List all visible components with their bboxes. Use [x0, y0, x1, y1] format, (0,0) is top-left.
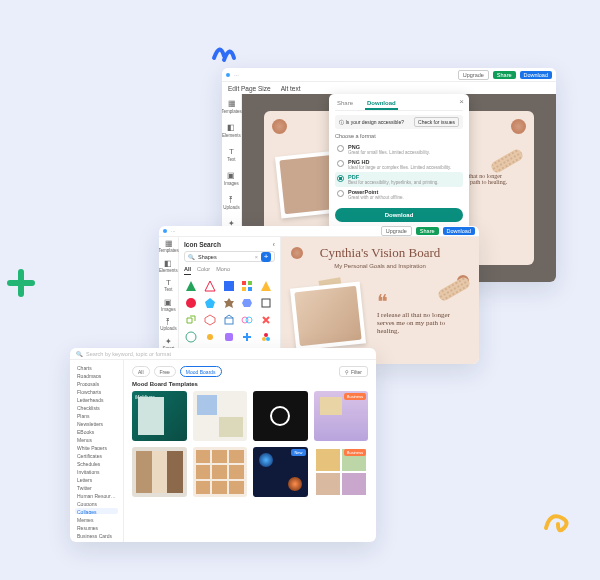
chevron-left-icon[interactable]: ‹: [273, 241, 275, 248]
download-confirm-button[interactable]: Download: [335, 208, 463, 222]
icon-result[interactable]: [259, 313, 273, 327]
cat-item[interactable]: Newsletters: [75, 420, 118, 426]
template-card[interactable]: [193, 391, 248, 441]
rail-templates[interactable]: ▦Templates: [159, 240, 179, 254]
cat-item[interactable]: Proposals: [75, 380, 118, 386]
icon-result[interactable]: [184, 330, 198, 344]
check-issues-button[interactable]: Check for issues: [414, 117, 459, 127]
template-card[interactable]: New: [253, 447, 308, 497]
cat-item[interactable]: Letterheads: [75, 396, 118, 402]
template-search-input[interactable]: 🔍 Search by keyword, topic or format: [76, 351, 370, 357]
cat-item[interactable]: Checklists: [75, 404, 118, 410]
icon-result[interactable]: [203, 313, 217, 327]
cat-item[interactable]: Collages: [75, 508, 118, 514]
svg-rect-4: [248, 281, 252, 285]
rail-text[interactable]: TText: [227, 146, 237, 162]
rail-uploads[interactable]: ⭱Uploads: [223, 194, 240, 210]
window-icon-search: ··· Upgrade Share Download ▦Templates ◧E…: [159, 226, 479, 364]
icon-result[interactable]: [222, 330, 236, 344]
upgrade-button[interactable]: Upgrade: [458, 70, 489, 80]
rail-uploads[interactable]: ⭱Uploads: [160, 318, 177, 332]
cat-item[interactable]: Invitations: [75, 468, 118, 474]
cat-item[interactable]: Resumes: [75, 524, 118, 530]
icon-result[interactable]: [222, 313, 236, 327]
cat-item[interactable]: EBooks: [75, 428, 118, 434]
panel-tab-mono[interactable]: Mono: [216, 266, 230, 275]
shapes-icon: ◧: [159, 260, 178, 268]
chip-free[interactable]: Free: [154, 366, 176, 377]
format-option-png[interactable]: PNGGreat for small files. Limited access…: [335, 142, 463, 157]
format-option-png-hd[interactable]: PNG HDIdeal for large or complex files. …: [335, 157, 463, 172]
rail-elements[interactable]: ◧Elements: [222, 122, 241, 138]
download-button[interactable]: Download: [443, 227, 475, 235]
cat-item[interactable]: Letters: [75, 476, 118, 482]
cat-item[interactable]: Business Cards: [75, 532, 118, 538]
filter-button[interactable]: ⚲ Filter: [339, 366, 368, 377]
chip-mood-boards[interactable]: Mood Boards: [180, 366, 222, 377]
icon-result[interactable]: [203, 279, 217, 293]
template-card[interactable]: [253, 391, 308, 441]
cat-item[interactable]: White Papers: [75, 444, 118, 450]
icon-result[interactable]: [184, 296, 198, 310]
rail-images[interactable]: ▣Images: [161, 299, 176, 313]
clear-icon[interactable]: ×: [255, 254, 258, 260]
icon-result[interactable]: [203, 296, 217, 310]
rail-text[interactable]: TText: [164, 279, 172, 293]
cat-item[interactable]: Charts: [75, 364, 118, 370]
panel-tab-all[interactable]: All: [184, 266, 191, 275]
close-icon[interactable]: ×: [459, 97, 464, 106]
icon-result[interactable]: [240, 330, 254, 344]
cat-item[interactable]: Coupons: [75, 500, 118, 506]
icon-result[interactable]: [259, 296, 273, 310]
share-button[interactable]: Share: [416, 227, 439, 235]
polaroid-photo[interactable]: [290, 282, 366, 351]
tab-edit-page-size[interactable]: Edit Page Size: [228, 85, 271, 92]
format-option-pdf[interactable]: PDFBest for accessibility, hyperlinks, a…: [335, 172, 463, 187]
icon-result[interactable]: [240, 313, 254, 327]
rail-templates[interactable]: ▦Templates: [222, 98, 242, 114]
icon-result[interactable]: [240, 296, 254, 310]
icon-result[interactable]: [203, 330, 217, 344]
chip-all[interactable]: All: [132, 366, 150, 377]
logo-dot-icon: [226, 73, 230, 77]
icon-result[interactable]: [222, 296, 236, 310]
cat-item[interactable]: Certificates: [75, 452, 118, 458]
board-title: Cynthia's Vision Board: [281, 237, 479, 261]
cat-item[interactable]: Memes: [75, 516, 118, 522]
format-option-powerpoint[interactable]: PowerPointGreat with or without offline.: [335, 187, 463, 202]
icon-result[interactable]: [222, 279, 236, 293]
cat-item[interactable]: Human Resources: [75, 492, 118, 498]
tab-alt-text[interactable]: Alt text: [281, 85, 301, 92]
quote-icon: ❝: [377, 291, 388, 313]
cat-item[interactable]: Flowcharts: [75, 388, 118, 394]
cat-item[interactable]: Menus: [75, 436, 118, 442]
template-card[interactable]: Business: [314, 391, 369, 441]
icon-result[interactable]: [259, 330, 273, 344]
cat-item[interactable]: Plans: [75, 412, 118, 418]
download-button[interactable]: Download: [520, 71, 552, 79]
icon-result[interactable]: [184, 279, 198, 293]
share-button[interactable]: Share: [493, 71, 516, 79]
template-card[interactable]: [132, 447, 187, 497]
icon-result[interactable]: [240, 279, 254, 293]
icon-result[interactable]: [184, 313, 198, 327]
tab-share[interactable]: Share: [335, 98, 355, 110]
panel-tab-color[interactable]: Color: [197, 266, 210, 275]
rail-elements[interactable]: ◧Elements: [159, 260, 178, 274]
template-card[interactable]: Maldives: [132, 391, 187, 441]
cat-item[interactable]: Schedules: [75, 460, 118, 466]
svg-rect-3: [242, 281, 246, 285]
add-icon-button[interactable]: +: [261, 252, 271, 262]
icon-search-input[interactable]: 🔍 Shapes × +: [184, 251, 275, 262]
category-list[interactable]: Charts Roadmaps Proposals Flowcharts Let…: [70, 360, 124, 542]
vision-board-canvas[interactable]: Cynthia's Vision Board My Personal Goals…: [281, 237, 479, 364]
quote-text: ❝ I release all that no longer serves me…: [377, 297, 465, 335]
upgrade-button[interactable]: Upgrade: [381, 226, 412, 236]
cat-item[interactable]: Roadmaps: [75, 372, 118, 378]
template-card[interactable]: [193, 447, 248, 497]
cat-item[interactable]: Twitter: [75, 484, 118, 490]
template-card[interactable]: Business: [314, 447, 369, 497]
tab-download[interactable]: Download: [365, 98, 398, 110]
rail-images[interactable]: ▣Images: [224, 170, 239, 186]
icon-result[interactable]: [259, 279, 273, 293]
